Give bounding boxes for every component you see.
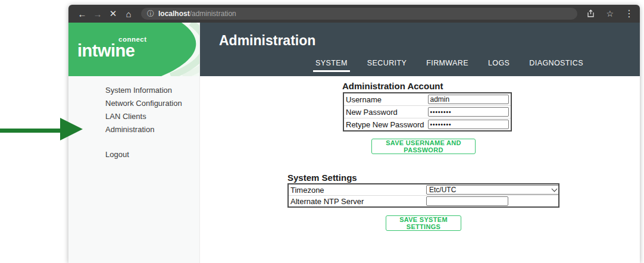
timezone-selected-value: Etc/UTC [429,186,552,194]
sidebar-item-system-information[interactable]: System Information [68,84,199,97]
forward-icon[interactable]: → [90,9,105,19]
retype-password-label: Retype New Password [343,118,426,132]
save-system-settings-button[interactable]: SAVE SYSTEM SETTINGS [386,215,461,231]
tab-system[interactable]: SYSTEM [313,59,350,72]
sidebar-item-administration[interactable]: Administration [68,123,199,136]
timezone-label: Timezone [288,184,424,196]
new-password-field[interactable] [428,107,509,117]
page-header: Administration SYSTEM SECURITY FIRMWARE … [200,23,640,76]
annotation-arrow-head-icon [60,118,83,140]
browser-toolbar: ← → ✕ ⌂ ⓘ localhost /administration ☆ ⋮ [68,5,640,23]
table-row: New Password [343,106,511,118]
table-row: Alternate NTP Server [288,196,559,208]
sidebar-nav: System Information Network Configuration… [68,76,199,161]
sidebar-item-network-configuration[interactable]: Network Configuration [68,97,199,110]
sidebar-item-lan-clients[interactable]: LAN Clients [68,110,199,123]
tab-security[interactable]: SECURITY [365,59,409,72]
tab-diagnostics[interactable]: DIAGNOSTICS [527,59,586,72]
back-icon[interactable]: ← [74,9,90,19]
retype-password-field[interactable] [428,120,509,129]
new-password-label: New Password [343,106,426,118]
page-title: Administration [219,33,315,49]
annotation-arrow [0,129,63,133]
toolbar-actions: ☆ ⋮ [587,9,634,18]
sidebar-item-logout[interactable]: Logout [68,148,199,161]
browser-window: ← → ✕ ⌂ ⓘ localhost /administration ☆ ⋮ [68,5,640,263]
url-host: localhost [158,10,190,18]
table-row: Username [343,93,511,106]
page-info-icon[interactable]: ⓘ [147,9,154,19]
url-path: /administration [190,10,236,18]
ntp-server-field[interactable] [426,196,508,206]
ntp-server-label: Alternate NTP Server [288,196,424,208]
share-icon[interactable] [587,10,595,18]
system-settings-table: Timezone Etc/UTC Alternate NTP Server [287,183,559,208]
sidebar: connect intwine System Information Netwo… [68,23,200,263]
username-field[interactable] [428,95,509,104]
save-username-password-button[interactable]: SAVE USERNAME AND PASSWORD [371,139,476,154]
account-table: Username New Password Retype New Passwor… [343,92,512,132]
close-icon[interactable]: ✕ [105,8,121,19]
timezone-select[interactable]: Etc/UTC [426,185,559,195]
system-settings-heading: System Settings [287,173,357,183]
logo-brand-text: intwine [77,41,135,61]
tab-firmware[interactable]: FIRMWARE [424,59,471,72]
address-bar[interactable]: ⓘ localhost /administration [141,8,577,20]
menu-dots-icon[interactable]: ⋮ [624,9,634,18]
username-label: Username [343,93,426,106]
tab-bar: SYSTEM SECURITY FIRMWARE LOGS DIAGNOSTIC… [313,59,586,72]
account-section-heading: Administration Account [342,81,443,91]
main-content: Administration Account Username New Pass… [200,76,640,263]
table-row: Retype New Password [343,118,511,132]
bookmark-star-icon[interactable]: ☆ [606,10,614,18]
chevron-down-icon [552,186,558,192]
brand-logo: connect intwine [68,23,199,76]
home-icon[interactable]: ⌂ [121,9,136,19]
tab-logs[interactable]: LOGS [486,59,512,72]
table-row: Timezone Etc/UTC [288,184,559,196]
